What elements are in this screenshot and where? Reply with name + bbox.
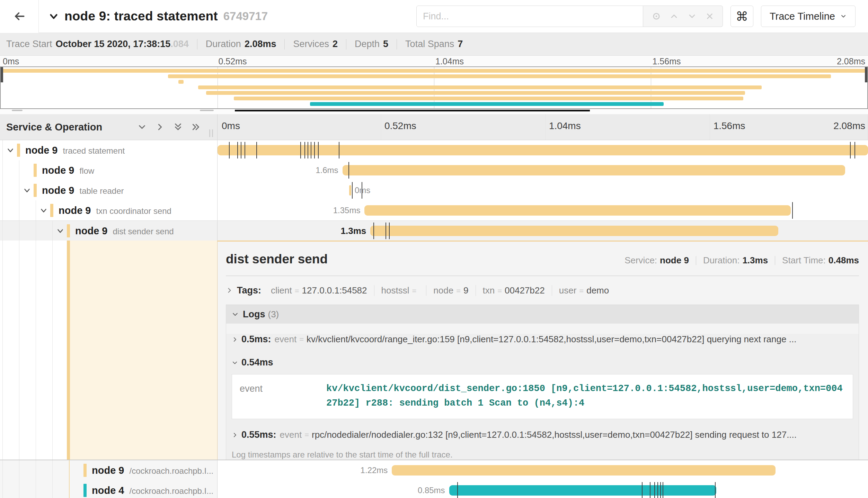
timeline-header: 0ms 0.52ms 1.04ms 1.56ms 2.08ms [218, 114, 868, 140]
log-marker-tick [373, 223, 374, 239]
trace-minimap[interactable] [0, 66, 868, 109]
logs-count: (3) [268, 309, 279, 320]
span-row[interactable]: node 9table reader 0ms [0, 180, 868, 200]
log-marker-tick [663, 482, 663, 498]
span-name-cell[interactable]: node 9traced statement [0, 140, 218, 160]
collapse-one-icon[interactable] [137, 122, 147, 132]
span-name-cell[interactable]: node 9flow [0, 160, 218, 180]
span-timeline-cell[interactable]: 1.6ms [218, 160, 868, 180]
span-row[interactable]: node 4/cockroach.roachpb.I... 0.85ms [0, 480, 868, 498]
span-bar[interactable] [343, 165, 845, 175]
divider [284, 39, 285, 49]
span-row[interactable]: node 9txn coordinator send 1.35ms [0, 200, 868, 220]
indent-guide [36, 221, 36, 241]
chevron-right-icon [232, 432, 238, 438]
span-bar[interactable] [392, 465, 776, 476]
span-timeline-cell[interactable]: 1.35ms [218, 200, 868, 220]
close-icon[interactable] [705, 12, 714, 21]
expand-all-icon[interactable] [191, 122, 201, 132]
span-service: node 9 [25, 145, 57, 156]
chevron-down-icon[interactable] [56, 226, 65, 235]
tick-label: 1.04ms [435, 56, 464, 66]
indent-guide [2, 241, 3, 460]
log-marker-tick [389, 223, 390, 239]
chevron-down-icon[interactable] [39, 206, 48, 215]
span-row[interactable]: node 9/cockroach.roachpb.I... 1.22ms [0, 460, 868, 480]
indent-guide [19, 200, 19, 220]
log-value: rpc/nodedialer/nodedialer.go:132 [n9,cli… [312, 429, 853, 440]
log-entry[interactable]: 0.55ms: event = rpc/nodedialer/nodediale… [232, 429, 853, 440]
chevron-down-icon[interactable] [48, 10, 60, 22]
timeline-scroll-indicator[interactable] [235, 110, 590, 111]
span-bar[interactable] [370, 226, 778, 236]
log-entry[interactable]: 0.5ms: event = kv/kvclient/kvcoord/range… [232, 334, 853, 345]
expand-one-icon[interactable] [155, 122, 165, 132]
find-bar [416, 6, 723, 27]
span-timeline-cell[interactable]: 1.22ms [218, 460, 868, 480]
collapse-controls [137, 122, 201, 132]
span-bar[interactable] [364, 205, 790, 216]
trace-start-label: Trace Start [6, 39, 52, 49]
indent-guide [19, 160, 19, 180]
span-timeline-cell[interactable]: 1.3ms [218, 221, 868, 241]
minimap-span-bar [234, 97, 743, 100]
range-drag-handle-left[interactable] [1, 67, 3, 82]
span-name-cell[interactable]: node 9/cockroach.roachpb.I... [0, 460, 218, 480]
keyboard-shortcuts-button[interactable]: ⌘ [730, 6, 753, 27]
collapse-all-icon[interactable] [173, 122, 183, 132]
logs-section: Logs (3) 0.5ms: event = kv/kvclient/kvco… [226, 305, 859, 460]
span-row-selected[interactable]: node 9dist sender send 1.3ms [0, 220, 868, 241]
chevron-down-icon[interactable] [6, 146, 15, 155]
span-bar[interactable] [349, 185, 351, 196]
log-marker-tick [850, 142, 851, 159]
span-timeline-cell[interactable]: 0ms [218, 180, 868, 200]
back-button[interactable] [0, 0, 39, 33]
arrow-left-icon [13, 10, 26, 23]
indent-guide [19, 460, 19, 480]
chevron-up-icon[interactable] [669, 11, 679, 21]
span-name-cell[interactable]: node 9dist sender send [0, 221, 218, 241]
range-drag-handle-right[interactable] [865, 67, 867, 82]
minimap-scrubber-nub[interactable] [12, 110, 23, 111]
span-row[interactable]: node 9traced statement [0, 140, 868, 160]
find-input[interactable] [416, 6, 643, 27]
selected-span-stripe [67, 241, 70, 460]
depth-label: Depth [355, 39, 380, 49]
span-bar[interactable] [449, 485, 717, 496]
span-name-cell[interactable]: node 9table reader [0, 180, 218, 200]
span-duration-label: 1.35ms [333, 206, 361, 215]
chevron-down-icon[interactable] [23, 186, 32, 195]
log-marker-tick [241, 142, 241, 159]
span-color-bar [34, 164, 37, 177]
indent-guide [2, 180, 3, 200]
span-row[interactable]: node 9flow 1.6ms [0, 160, 868, 180]
chevron-down-icon[interactable] [687, 11, 697, 21]
minimap-substrip [0, 109, 868, 114]
tags-row[interactable]: Tags: client=127.0.0.1:54582 hostssl= no… [226, 282, 859, 299]
command-icon: ⌘ [736, 9, 748, 24]
span-duration-label: 1.6ms [316, 165, 338, 175]
column-resizer-grip[interactable] [209, 129, 213, 137]
minimap-scrubber-nub[interactable] [200, 110, 214, 111]
minimap-span-bar [310, 102, 664, 106]
span-name-cell[interactable]: node 4/cockroach.roachpb.I... [0, 480, 218, 498]
trace-title-group[interactable]: node 9: traced statement 6749717 [48, 9, 416, 24]
locate-target-icon[interactable] [652, 11, 661, 21]
indent-guide [36, 480, 36, 498]
indent-guide [36, 460, 36, 480]
log-entry-expanded-header[interactable]: 0.54ms [232, 357, 853, 368]
logs-header[interactable]: Logs (3) [226, 305, 859, 324]
service-operation-header: Service & Operation [0, 114, 218, 140]
span-bar[interactable] [218, 145, 868, 155]
span-timeline-cell[interactable]: 0.85ms [218, 480, 868, 498]
span-service: node 9 [75, 225, 107, 236]
minimap-span-bar [168, 74, 831, 78]
span-timeline-cell[interactable] [218, 140, 868, 160]
start-time-value: 0.48ms [829, 255, 859, 266]
tick-label: 1.56ms [653, 56, 681, 66]
span-operation: /cockroach.roachpb.I... [129, 486, 213, 496]
view-selector-button[interactable]: Trace Timeline [761, 6, 856, 27]
service-value: node 9 [660, 255, 689, 266]
span-service: node 9 [92, 465, 124, 476]
span-name-cell[interactable]: node 9txn coordinator send [0, 200, 218, 220]
